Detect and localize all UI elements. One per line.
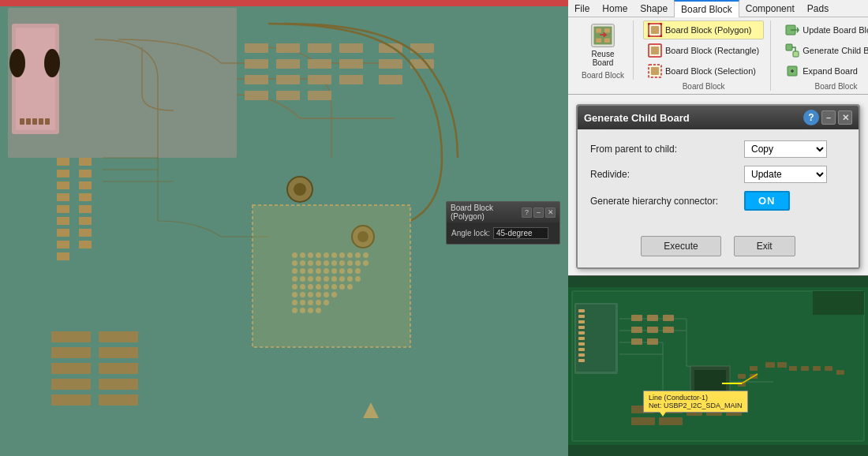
hierarchy-toggle[interactable]: ON xyxy=(744,191,790,211)
reuse-board-group-label: Board Block xyxy=(582,71,624,80)
svg-rect-187 xyxy=(777,362,787,368)
svg-rect-102 xyxy=(57,217,69,225)
pcb-popup-help-btn[interactable]: ? xyxy=(522,207,532,218)
update-generate-group: Update Board Block Generate Child Board xyxy=(774,21,868,91)
ribbon: File Home Shape Board Block Component Pa… xyxy=(568,0,868,95)
svg-rect-137 xyxy=(651,26,659,34)
from-parent-label: From parent to child: xyxy=(590,144,744,155)
angle-lock-input[interactable] xyxy=(493,227,548,239)
svg-rect-163 xyxy=(578,353,585,357)
svg-rect-114 xyxy=(51,331,91,342)
generate-child-board-label: Generate Child Board xyxy=(803,46,868,55)
svg-rect-15 xyxy=(339,43,363,53)
svg-rect-186 xyxy=(765,362,775,368)
svg-rect-100 xyxy=(57,193,69,201)
svg-rect-22 xyxy=(379,59,402,69)
reuse-board-icon xyxy=(590,23,615,48)
svg-rect-182 xyxy=(738,374,746,379)
exit-button[interactable]: Exit xyxy=(734,236,795,256)
svg-rect-27 xyxy=(339,75,363,84)
svg-rect-160 xyxy=(578,337,585,340)
menu-file[interactable]: File xyxy=(568,0,596,17)
dialog-close-button[interactable]: ✕ xyxy=(838,110,852,125)
menu-pads[interactable]: Pads xyxy=(801,0,835,17)
svg-rect-107 xyxy=(79,170,92,178)
dialog-minimize-button[interactable]: – xyxy=(821,110,836,125)
svg-rect-196 xyxy=(659,417,683,425)
svg-rect-120 xyxy=(99,347,138,358)
svg-rect-135 xyxy=(604,39,610,43)
svg-rect-103 xyxy=(57,229,69,237)
svg-rect-109 xyxy=(79,193,92,201)
dialog-title-bar: Generate Child Board ? – ✕ xyxy=(578,106,859,129)
svg-rect-174 xyxy=(631,338,642,345)
dialog-body: From parent to child: Copy Move None Red… xyxy=(578,129,859,230)
pcb-polygon-popup[interactable]: Board Block (Polygon) ? – ✕ Angle lock: xyxy=(446,201,560,245)
svg-rect-172 xyxy=(631,315,642,321)
svg-rect-12 xyxy=(245,43,268,53)
execute-button[interactable]: Execute xyxy=(641,236,720,256)
svg-rect-99 xyxy=(57,181,69,189)
svg-rect-122 xyxy=(99,379,138,390)
pcb-popup-minimize-btn[interactable]: – xyxy=(533,207,544,218)
svg-rect-108 xyxy=(79,181,92,189)
svg-rect-30 xyxy=(276,91,300,100)
svg-rect-161 xyxy=(578,342,585,346)
menu-component[interactable]: Component xyxy=(739,0,801,17)
svg-rect-119 xyxy=(99,331,138,342)
from-parent-select[interactable]: Copy Move None xyxy=(744,140,827,158)
reuse-board-label: Reuse Board xyxy=(585,50,621,67)
svg-rect-191 xyxy=(825,366,832,371)
svg-rect-173 xyxy=(631,327,642,333)
update-group-label: Board Block xyxy=(814,82,857,91)
board-block-group-label-2: Board Block xyxy=(683,82,725,91)
generate-child-board-dialog: Generate Child Board ? – ✕ From parent t… xyxy=(576,104,860,269)
svg-rect-192 xyxy=(836,370,844,375)
menu-board-block[interactable]: Board Block xyxy=(674,0,739,17)
dialog-help-button[interactable]: ? xyxy=(803,110,819,125)
svg-rect-111 xyxy=(79,217,92,225)
right-panel: File Home Shape Board Block Component Pa… xyxy=(568,0,868,456)
board-block-buttons-group: Board Block (Polygon) Board Block (Recta… xyxy=(637,21,771,91)
menu-bar: File Home Shape Board Block Component Pa… xyxy=(568,0,868,17)
menu-shape[interactable]: Shape xyxy=(634,0,674,17)
expand-board-icon xyxy=(785,64,799,78)
svg-rect-101 xyxy=(57,205,69,213)
dialog-title: Generate Child Board xyxy=(584,112,690,124)
menu-home[interactable]: Home xyxy=(596,0,634,17)
svg-rect-18 xyxy=(245,59,268,69)
expand-board-button[interactable]: Expand Board xyxy=(780,62,868,80)
pcb-popup-close-btn[interactable]: ✕ xyxy=(545,207,556,218)
svg-rect-20 xyxy=(308,59,331,69)
board-block-polygon-icon xyxy=(648,23,662,37)
reuse-board-button[interactable]: Reuse Board xyxy=(579,21,627,69)
update-board-block-button[interactable]: Update Board Block xyxy=(780,21,868,39)
svg-rect-110 xyxy=(79,205,92,213)
board-block-rectangle-label: Board Block (Rectangle) xyxy=(665,46,759,55)
svg-rect-121 xyxy=(99,363,138,374)
ribbon-content: Reuse Board Board Block xyxy=(568,17,868,94)
angle-lock-label: Angle lock: xyxy=(451,229,490,237)
svg-rect-14 xyxy=(308,43,331,53)
svg-rect-158 xyxy=(578,326,585,329)
svg-rect-97 xyxy=(57,158,69,166)
board-block-polygon-button[interactable]: Board Block (Polygon) xyxy=(643,21,764,39)
dialog-title-buttons: ? – ✕ xyxy=(803,110,852,125)
svg-rect-1 xyxy=(0,0,568,6)
pcb-preview: Line (Conductor-1) Net: USBP2_I2C_SDA_MA… xyxy=(568,275,868,456)
hierarchy-row: Generate hierarchy connector: ON xyxy=(590,191,846,211)
svg-rect-4 xyxy=(16,28,55,130)
svg-rect-6 xyxy=(26,118,31,125)
svg-rect-9 xyxy=(45,118,50,125)
pcb-popup-title-bar: Board Block (Polygon) ? – ✕ xyxy=(447,202,559,222)
redivide-select[interactable]: Update None xyxy=(744,166,827,183)
svg-rect-28 xyxy=(379,75,402,84)
svg-rect-165 xyxy=(813,291,864,315)
svg-rect-8 xyxy=(39,118,43,125)
svg-rect-188 xyxy=(789,366,797,371)
generate-child-board-button[interactable]: Generate Child Board xyxy=(780,41,868,60)
svg-rect-184 xyxy=(750,366,758,371)
svg-rect-5 xyxy=(20,118,24,125)
board-block-selection-button[interactable]: Board Block (Selection) xyxy=(643,62,764,80)
board-block-rectangle-button[interactable]: Board Block (Rectangle) xyxy=(643,41,764,60)
